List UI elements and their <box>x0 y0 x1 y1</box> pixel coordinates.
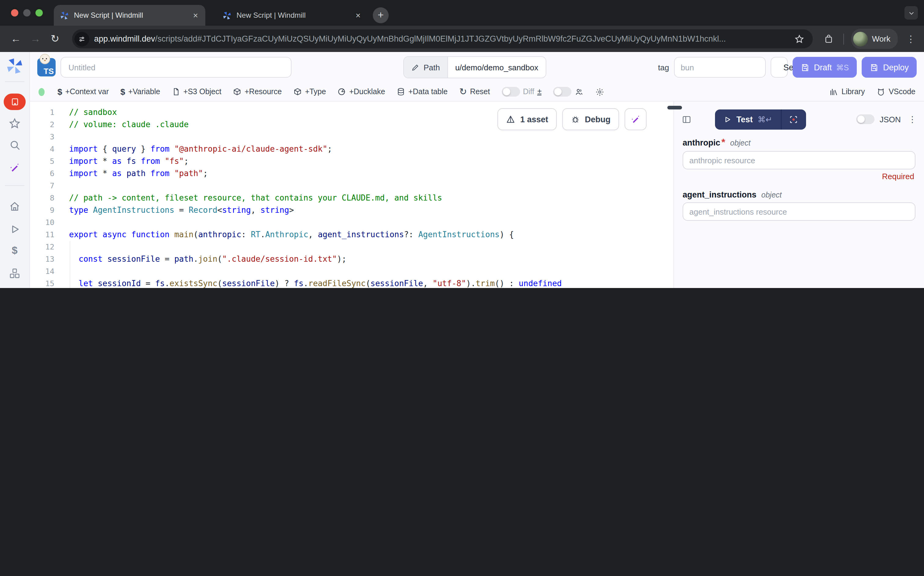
code-editor[interactable]: 1// sandbox2// volume: claude .claude34i… <box>30 101 673 288</box>
capture-button[interactable] <box>781 109 806 129</box>
sidebar-item-variables[interactable]: $ <box>0 245 29 257</box>
test-label: Test <box>736 115 753 124</box>
line-number: 6 <box>30 168 54 180</box>
arg-name: agent_instructions <box>683 190 756 199</box>
browser-menu-icon[interactable]: ⋮ <box>906 33 916 44</box>
code-line[interactable]: 8// path -> content, fileset resource, t… <box>30 192 673 204</box>
settings-button[interactable]: Settings <box>771 57 788 78</box>
reset-button[interactable]: ↻Reset <box>459 86 490 97</box>
database-icon <box>397 88 405 96</box>
panel-menu-icon[interactable]: ⋮ <box>908 114 917 124</box>
assets-label: 1 asset <box>520 115 548 124</box>
code-line[interactable]: 12 <box>30 241 673 253</box>
extensions-icon[interactable] <box>824 34 833 44</box>
code-line[interactable]: 11export async function main(anthropic: … <box>30 229 673 241</box>
sidebar-item-favorites[interactable] <box>0 117 29 130</box>
code-line[interactable]: 14 <box>30 266 673 278</box>
editor-overlay-buttons: 1 asset Debug <box>498 108 646 130</box>
summary-input[interactable] <box>61 57 292 78</box>
deploy-button[interactable]: Deploy <box>862 57 917 78</box>
browser-tab-active[interactable]: New Script | Windmill × <box>54 5 205 26</box>
sidebar-item-runs[interactable] <box>0 223 29 235</box>
add-resource-button[interactable]: +Resource <box>233 88 282 96</box>
chevron-down-icon <box>908 10 914 16</box>
tab-close-icon[interactable]: × <box>354 10 362 20</box>
draft-button[interactable]: Draft ⌘S <box>793 57 857 78</box>
close-window-button[interactable] <box>11 9 18 16</box>
save-icon <box>870 63 879 72</box>
sidebar-item-resources[interactable] <box>0 267 29 280</box>
add-variable-button[interactable]: $+Variable <box>120 87 160 97</box>
assistants-toggle-switch[interactable] <box>553 87 572 97</box>
ai-wand-button[interactable] <box>624 108 646 130</box>
library-button[interactable]: Library <box>829 87 865 96</box>
anthropic-resource-input[interactable] <box>683 151 916 170</box>
add-ducklake-button[interactable]: +Ducklake <box>338 88 385 96</box>
path-label-segment[interactable]: Path <box>404 57 448 78</box>
sidebar-item-ai[interactable] <box>0 162 29 174</box>
code-line[interactable]: 3 <box>30 131 673 143</box>
new-tab-button[interactable]: + <box>373 7 389 23</box>
vscode-cat-icon <box>876 87 886 96</box>
avatar <box>853 32 868 46</box>
star-icon <box>8 117 21 130</box>
code-line[interactable]: 5import * as fs from "fs"; <box>30 155 673 168</box>
browser-tab-inactive[interactable]: New Script | Windmill × <box>216 5 368 26</box>
window-controls[interactable] <box>11 9 43 16</box>
browser-profile-chip[interactable]: Work <box>851 29 898 49</box>
json-toggle-switch[interactable] <box>857 114 875 124</box>
site-settings-icon[interactable] <box>75 32 89 46</box>
tab-close-icon[interactable]: × <box>192 10 199 20</box>
diff-label: Diff <box>523 88 534 96</box>
code-line[interactable]: 7 <box>30 180 673 192</box>
windmill-logo[interactable] <box>0 58 29 74</box>
tab-search-button[interactable] <box>905 6 918 19</box>
code-line[interactable]: 10 <box>30 216 673 229</box>
back-button[interactable]: ← <box>7 30 24 47</box>
test-button[interactable]: Test ⌘↵ <box>715 109 806 129</box>
diff-toggle-switch[interactable] <box>501 87 520 97</box>
line-number: 10 <box>30 216 54 229</box>
collapse-panel-icon[interactable] <box>681 114 692 125</box>
add-type-button[interactable]: +Type <box>293 88 326 96</box>
toolbar-label: +Resource <box>245 88 282 96</box>
code-line[interactable]: 13 const sessionFile = path.join(".claud… <box>30 253 673 266</box>
minimize-window-button[interactable] <box>23 9 30 16</box>
reload-button[interactable]: ↻ <box>46 30 64 47</box>
arg-type: object <box>730 139 751 147</box>
windmill-favicon <box>222 11 231 20</box>
tab-title: New Script | Windmill <box>74 11 187 19</box>
debug-button[interactable]: Debug <box>562 108 619 130</box>
test-panel: Test ⌘↵ JSON ⋮ <box>673 101 924 288</box>
editor-settings-button[interactable] <box>595 87 605 96</box>
sidebar-item-workspace[interactable] <box>0 94 29 110</box>
tag-input[interactable] <box>674 57 766 78</box>
editor-toolbar: $+Context var $+Variable +S3 Object +Res… <box>30 83 924 101</box>
add-s3-object-button[interactable]: +S3 Object <box>172 88 221 96</box>
code-line[interactable]: 6import * as path from "path"; <box>30 168 673 180</box>
split-drag-handle[interactable] <box>667 106 682 109</box>
add-context-var-button[interactable]: $+Context var <box>57 87 109 97</box>
assets-button[interactable]: 1 asset <box>498 108 557 130</box>
assistants-toggle[interactable] <box>553 87 584 97</box>
sidebar-item-search[interactable] <box>0 139 29 151</box>
diff-toggle[interactable]: Diff± <box>501 87 541 97</box>
code-line[interactable]: 9type AgentInstructions = Record<string,… <box>30 204 673 216</box>
add-data-table-button[interactable]: +Data table <box>397 88 448 96</box>
code-line[interactable]: 15 let sessionId = fs.existsSync(session… <box>30 278 673 288</box>
sidebar-item-home[interactable] <box>0 200 29 213</box>
typescript-bun-badge[interactable]: TS <box>37 58 56 77</box>
url-text[interactable]: app.windmill.dev/scripts/add#JTdCJTIyaGF… <box>94 34 790 43</box>
code-lines[interactable]: 1// sandbox2// volume: claude .claude34i… <box>30 106 673 288</box>
vscode-button[interactable]: VScode <box>876 87 916 96</box>
forward-button[interactable]: → <box>27 30 44 47</box>
path-value[interactable]: u/demo/demo_sandbox <box>448 57 546 78</box>
test-button-main[interactable]: Test ⌘↵ <box>715 109 781 129</box>
zoom-window-button[interactable] <box>35 9 43 16</box>
url-bar[interactable]: app.windmill.dev/scripts/add#JTdCJTIyaGF… <box>72 29 813 48</box>
code-line[interactable]: 4import { query } from "@anthropic-ai/cl… <box>30 143 673 155</box>
agent-instructions-resource-input[interactable] <box>683 202 916 221</box>
bookmark-star-icon[interactable] <box>795 34 804 44</box>
line-number: 1 <box>30 106 54 118</box>
path-group[interactable]: Path u/demo/demo_sandbox <box>403 56 546 78</box>
